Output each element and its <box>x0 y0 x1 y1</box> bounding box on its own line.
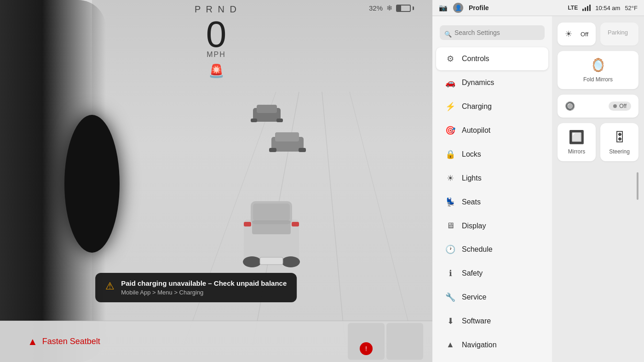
prnd-text: P R N D <box>195 4 238 15</box>
other-car-near <box>267 129 308 154</box>
signal-bar-4 <box>589 5 591 11</box>
controls-label: Controls <box>462 55 489 63</box>
sidebar-item-navigation[interactable]: ▲Navigation <box>436 334 548 356</box>
sidebar-item-locks[interactable]: 🔒Locks <box>436 143 548 166</box>
seatbelt-warning-text: Fasten Seatbelt <box>42 337 100 346</box>
autopilot-label: Autopilot <box>462 126 490 135</box>
svg-rect-14 <box>253 204 290 221</box>
svg-rect-10 <box>269 148 276 152</box>
sidebar-item-software[interactable]: ⬇Software <box>436 310 548 333</box>
sun-icon: ☀ <box>565 29 572 39</box>
seat-box-right <box>386 323 423 360</box>
svg-rect-9 <box>275 132 299 141</box>
svg-point-18 <box>243 256 261 267</box>
profile-name: Profile <box>469 4 489 11</box>
schedule-label: Schedule <box>462 245 493 254</box>
parking-card[interactable]: Parking <box>600 23 638 45</box>
fold-mirrors-card[interactable]: 🪞 Fold Mirrors <box>558 51 638 89</box>
lights-off-card[interactable]: ☀ Off <box>558 23 596 45</box>
settings-menu: 🔍 ⚙Controls🚗Dynamics⚡Charging🎯Autopilot🔒… <box>432 16 552 362</box>
mac-clock: 10:54 am <box>595 5 620 11</box>
service-icon: 🔧 <box>445 292 455 302</box>
mirrors-card[interactable]: 🔲 Mirrors <box>558 123 596 161</box>
svg-rect-16 <box>244 222 251 226</box>
profile-icon: 👤 <box>455 5 462 11</box>
sidebar-item-controls[interactable]: ⚙Controls <box>436 47 548 70</box>
steering-card[interactable]: 🎛 Steering <box>600 123 638 161</box>
svg-line-1 <box>322 92 345 345</box>
safety-icon: ℹ <box>445 268 455 278</box>
dynamics-label: Dynamics <box>462 79 494 87</box>
signal-strength <box>582 5 591 11</box>
controls-panel: ☀ Off Parking 🪞 Fold Mirrors 🔘 <box>552 16 644 362</box>
notification-banner: ⚠ Paid charging unavailable – Check unpa… <box>95 273 297 302</box>
mirrors-icon: 🔲 <box>569 130 585 145</box>
scrollbar-thumb[interactable] <box>637 172 638 200</box>
steering-label: Steering <box>609 148 630 155</box>
battery-icon <box>396 5 414 12</box>
svg-line-3 <box>350 92 414 345</box>
autopilot-icon: 🎯 <box>445 125 455 136</box>
driving-view <box>92 0 432 362</box>
seatbelt-alert-icon: ▲ <box>28 336 38 348</box>
road-svg <box>92 0 432 362</box>
search-input[interactable] <box>440 25 545 40</box>
mac-temp: 52°F <box>625 5 638 11</box>
mac-menubar: 📷 👤 Profile LTE 10:54 am 52°F <box>432 0 644 16</box>
sidebar-item-display[interactable]: 🖥Display <box>436 215 548 237</box>
profile-avatar: 👤 <box>453 3 463 13</box>
notification-subtitle: Mobile App > Menu > Charging <box>121 289 287 296</box>
speed-number: 0 <box>206 16 227 53</box>
seats-icon: 💺 <box>445 197 455 207</box>
steering-icon: 🎛 <box>613 130 626 145</box>
rear-defrost-card[interactable]: 🔘 Off <box>558 95 638 118</box>
signal-bar-2 <box>585 7 586 11</box>
lte-indicator: LTE <box>568 5 578 11</box>
menu-items-list: ⚙Controls🚗Dynamics⚡Charging🎯Autopilot🔒Lo… <box>432 47 552 356</box>
settings-panel: 🔍 ⚙Controls🚗Dynamics⚡Charging🎯Autopilot🔒… <box>432 16 644 362</box>
mirrors-label: Mirrors <box>568 148 585 155</box>
battery-tip <box>413 6 414 10</box>
battery-section: 32% ❄ <box>369 4 414 12</box>
signal-bar-3 <box>587 6 588 11</box>
navigation-label: Navigation <box>462 341 497 349</box>
menubar-left: 📷 👤 Profile <box>439 3 489 13</box>
notification-title: Paid charging unavailable – Check unpaid… <box>121 279 287 287</box>
steering-wheel-overlay <box>0 0 106 362</box>
rear-defrost-toggle[interactable]: Off <box>609 102 631 111</box>
sidebar-item-lights[interactable]: ☀Lights <box>436 167 548 190</box>
charging-label: Charging <box>462 102 492 111</box>
battery-fill <box>397 6 401 11</box>
svg-point-19 <box>282 256 300 267</box>
seats-label: Seats <box>462 198 481 206</box>
sidebar-item-dynamics[interactable]: 🚗Dynamics <box>436 71 548 94</box>
svg-rect-17 <box>292 222 299 226</box>
ego-car <box>235 187 308 270</box>
other-car-far <box>248 101 285 124</box>
notification-content: Paid charging unavailable – Check unpaid… <box>121 279 287 296</box>
sidebar-item-safety[interactable]: ℹSafety <box>436 262 548 285</box>
lights-off-row: ☀ Off <box>565 29 588 39</box>
battery-body <box>396 5 411 12</box>
locks-label: Locks <box>462 150 481 158</box>
seat-box-left: ! <box>348 323 385 360</box>
warning-triangle-icon: ⚠ <box>105 280 115 292</box>
sidebar-item-seats[interactable]: 💺Seats <box>436 191 548 214</box>
mac-side-panel: 📷 👤 Profile LTE 10:54 am 52°F 🔍 <box>432 0 644 362</box>
rear-defrost-row: 🔘 Off <box>565 101 631 111</box>
schedule-icon: 🕐 <box>445 244 455 255</box>
svg-rect-6 <box>251 119 257 122</box>
controls-grid: 🔲 Mirrors 🎛 Steering <box>558 123 638 161</box>
sidebar-item-service[interactable]: 🔧Service <box>436 286 548 309</box>
lights-off-value: Off <box>581 31 588 38</box>
rear-defrost-label: Off <box>619 103 627 109</box>
controls-icon: ⚙ <box>445 54 455 64</box>
sidebar-item-autopilot[interactable]: 🎯Autopilot <box>436 119 548 142</box>
display-icon: 🖥 <box>445 221 455 231</box>
sidebar-item-charging[interactable]: ⚡Charging <box>436 95 548 118</box>
seat-alert-icon: ! <box>360 342 373 355</box>
svg-rect-20 <box>260 257 283 265</box>
sidebar-item-schedule[interactable]: 🕐Schedule <box>436 238 548 261</box>
speed-unit: MPH <box>206 51 227 59</box>
tesla-screen: P R N D 32% ❄ 0 MPH 🚨 ⚠ Paid charging un… <box>0 0 432 362</box>
